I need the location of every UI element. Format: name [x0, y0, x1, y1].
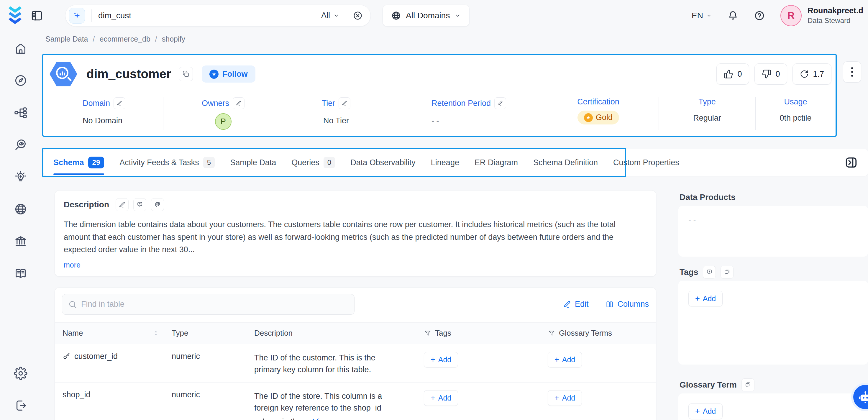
tab-schema-definition[interactable]: Schema Definition — [533, 149, 598, 176]
column-name-cell[interactable]: shop_id — [55, 390, 164, 420]
owners-label: Owners — [202, 99, 229, 108]
all-domains-button[interactable]: All Domains — [382, 5, 469, 27]
breadcrumb-separator: / — [155, 35, 157, 43]
column-header-glossary-terms[interactable]: Glossary Terms — [540, 329, 656, 338]
domain-value: No Domain — [83, 116, 122, 125]
sidebar-collapse-icon[interactable] — [30, 9, 43, 22]
column-glossary-cell: + Add — [540, 390, 656, 420]
upvote-button[interactable]: 0 — [716, 63, 749, 85]
column-header-tags[interactable]: Tags — [416, 329, 540, 338]
description-more-link[interactable]: more — [64, 261, 81, 269]
notifications-bell-icon[interactable] — [727, 10, 739, 21]
edit-tier-icon[interactable] — [339, 97, 350, 109]
chevron-down-icon — [706, 13, 712, 19]
ai-sparkle-icon — [69, 8, 85, 24]
breadcrumb-separator: / — [93, 35, 95, 43]
glossary-book-icon[interactable] — [14, 267, 27, 280]
conversation-threads-icon[interactable] — [151, 198, 164, 211]
find-in-table-input[interactable] — [81, 300, 348, 309]
divider — [346, 9, 346, 22]
plus-icon: + — [695, 295, 700, 303]
edit-table-button[interactable]: Edit — [563, 300, 589, 309]
description-title: Description — [64, 200, 109, 209]
columns-button[interactable]: Columns — [606, 300, 649, 309]
follow-button[interactable]: ★ Follow — [202, 65, 255, 83]
tab-lineage[interactable]: Lineage — [431, 149, 459, 176]
table-row: customer_id numeric The ID of the custom… — [55, 344, 656, 383]
tab-schema[interactable]: Schema 29 — [53, 149, 104, 176]
edit-owners-icon[interactable] — [233, 97, 245, 109]
request-description-icon[interactable] — [133, 198, 146, 211]
column-header-type: Type — [164, 329, 247, 338]
explore-compass-icon[interactable] — [14, 74, 27, 87]
language-dropdown[interactable]: EN — [692, 11, 712, 20]
usage-label: Usage — [784, 97, 807, 107]
tab-queries[interactable]: Queries 0 — [291, 149, 335, 176]
description-card: Description T — [55, 190, 656, 277]
domains-globe-icon[interactable] — [14, 202, 27, 216]
tags-threads-icon[interactable] — [720, 266, 734, 279]
copy-icon[interactable] — [179, 67, 193, 81]
request-tags-icon[interactable] — [703, 266, 716, 279]
usage-value: 0th pctile — [779, 114, 811, 123]
view-more-link[interactable]: View more — [313, 416, 350, 420]
breadcrumb-item-schema[interactable]: shopify — [162, 35, 185, 43]
plus-icon: + — [431, 394, 435, 402]
edit-domain-icon[interactable] — [114, 97, 125, 109]
add-tag-button[interactable]: + Add — [424, 352, 458, 367]
add-tag-button[interactable]: + Add — [424, 390, 458, 406]
logout-icon[interactable] — [14, 399, 27, 412]
govern-bank-icon[interactable] — [14, 235, 27, 248]
entity-title-row: dim_customer ★ Follow 0 — [43, 55, 836, 88]
tab-data-observability[interactable]: Data Observability — [350, 149, 415, 176]
tab-activity-feeds[interactable]: Activity Feeds & Tasks 5 — [119, 149, 215, 176]
add-glossary-term-button[interactable]: + Add — [688, 403, 722, 419]
tier-label: Tier — [322, 99, 335, 108]
tags-section-title: Tags — [678, 264, 868, 281]
downvote-button[interactable]: 0 — [754, 63, 787, 85]
right-panel-toggle-icon[interactable] — [844, 156, 858, 169]
help-icon[interactable] — [754, 10, 765, 21]
user-profile-menu[interactable]: R Rounakpreet.d Data Steward — [780, 5, 863, 26]
pencil-icon — [563, 300, 571, 308]
plus-icon: + — [555, 394, 559, 402]
add-tag-button[interactable]: + Add — [688, 291, 722, 306]
meta-retention: Retention Period - - — [389, 97, 538, 130]
glossary-threads-icon[interactable] — [741, 379, 754, 391]
column-header-name[interactable]: Name — [55, 329, 164, 338]
schema-table-card: Edit Columns Name Type Description — [55, 287, 656, 420]
search-clear-icon[interactable] — [353, 11, 363, 21]
version-button[interactable]: 1.7 — [793, 63, 831, 85]
tab-custom-properties[interactable]: Custom Properties — [613, 149, 679, 176]
version-number: 1.7 — [813, 69, 824, 79]
breadcrumb-item-service[interactable]: Sample Data — [45, 35, 88, 43]
edit-retention-icon[interactable] — [494, 97, 506, 109]
global-search-input[interactable] — [98, 11, 321, 20]
table-service-icon — [49, 61, 78, 87]
filter-funnel-icon — [424, 329, 432, 337]
breadcrumb-item-database[interactable]: ecommerce_db — [99, 35, 150, 43]
domain-label: Domain — [83, 99, 110, 108]
user-role: Data Steward — [808, 17, 863, 25]
edit-description-icon[interactable] — [116, 198, 129, 211]
columns-icon — [606, 300, 614, 308]
column-name-cell[interactable]: customer_id — [55, 352, 164, 376]
add-glossary-term-button[interactable]: + Add — [548, 352, 582, 367]
more-actions-kebab-icon[interactable] — [843, 61, 861, 83]
home-icon[interactable] — [14, 41, 27, 55]
tab-sample-data[interactable]: Sample Data — [230, 149, 276, 176]
app-logo-icon[interactable] — [7, 6, 23, 26]
search-scope-dropdown[interactable]: All — [321, 11, 339, 20]
tags-body: + Add — [678, 281, 868, 365]
insights-bulb-icon[interactable] — [14, 170, 27, 184]
meta-certification: Certification ★ Gold — [538, 97, 659, 130]
observability-search-eye-icon[interactable] — [14, 138, 27, 152]
owner-avatar[interactable]: P — [215, 113, 231, 130]
global-search-bar[interactable]: All — [65, 5, 371, 27]
column-tags-cell: + Add — [416, 390, 540, 420]
tab-er-diagram[interactable]: ER Diagram — [474, 149, 518, 176]
meta-owners: Owners P — [163, 97, 283, 130]
lineage-flow-icon[interactable] — [14, 106, 27, 119]
add-glossary-term-button[interactable]: + Add — [548, 390, 582, 406]
settings-gear-icon[interactable] — [14, 367, 27, 380]
